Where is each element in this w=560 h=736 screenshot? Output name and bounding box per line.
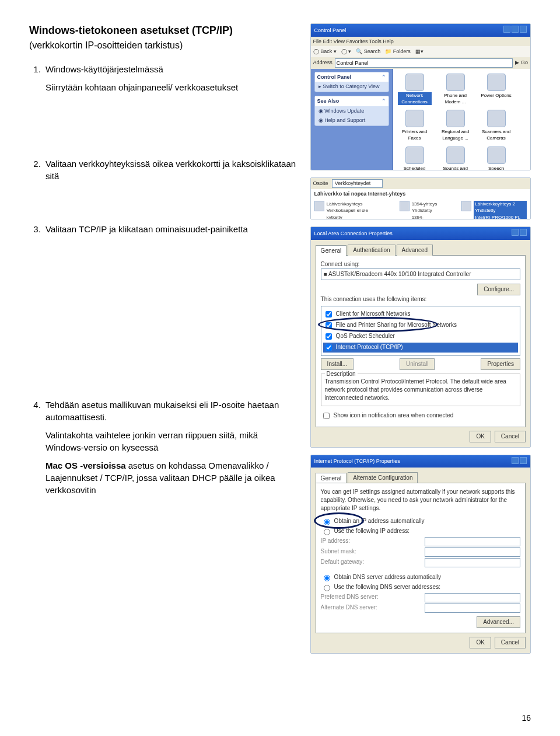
radio-obtain-ip-auto[interactable] [324, 519, 330, 525]
phone-modem-icon[interactable]: Phone and Modem ... [439, 74, 473, 105]
dialog-titlebar[interactable]: Local Area Connection Properties [311, 227, 530, 240]
icon-pane: Network Connections Phone and Modem ... … [393, 69, 530, 170]
uninstall-button: Uninstall [400, 358, 435, 370]
chk-client[interactable] [326, 311, 332, 318]
step-3: Valitaan TCP/IP ja klikataan ominaisuude… [43, 223, 299, 235]
connection-3-selected[interactable]: Lähiverkkoyhteys 2 Yhdistetty Intel(R) P… [461, 201, 527, 219]
folders-button[interactable]: 📁 Folders [385, 48, 411, 55]
connection-2[interactable]: 1394-yhteys Yhdistetty 1394-verkkosoviti… [400, 201, 444, 219]
sounds-audio-icon[interactable]: Sounds and Audio Devices [439, 146, 473, 170]
radio-obtain-dns-auto-label: Obtain DNS server address automatically [334, 573, 441, 581]
back-button[interactable]: ◯ Back ▾ [313, 48, 337, 55]
tcpip-properties-screenshot: Internet Protocol (TCP/IP) Properties Ge… [310, 455, 531, 654]
regional-language-icon[interactable]: Regional and Language ... [439, 110, 473, 141]
tab-advanced[interactable]: Advanced [397, 245, 433, 256]
cancel-button[interactable]: Cancel [495, 431, 526, 442]
pdns-label: Preferred DNS server: [321, 593, 379, 602]
step-4-line-2: Valintakohta vaihtelee jonkin verran rii… [46, 429, 299, 454]
search-button[interactable]: 🔍 Search [356, 48, 380, 55]
configure-button[interactable]: Configure... [477, 284, 520, 295]
page-title: Windows-tietokoneen asetukset (TCP/IP) [29, 23, 299, 38]
intro-text: You can get IP settings assigned automat… [321, 488, 520, 512]
chk-tcpip[interactable] [326, 344, 332, 351]
components-listbox[interactable]: Client for Microsoft Networks File and P… [321, 306, 520, 356]
toolbar[interactable]: ◯ Back ▾ ◯ ▾ 🔍 Search 📁 Folders ▦▾ [311, 46, 530, 57]
window-buttons[interactable] [502, 26, 527, 35]
advanced-button[interactable]: Advanced... [477, 616, 520, 628]
network-icon [400, 201, 410, 211]
forward-button[interactable]: ◯ ▾ [341, 48, 352, 55]
tab-general[interactable]: General [316, 245, 347, 256]
ip-address-field [425, 537, 520, 546]
control-panel-screenshot: Control Panel File Edit View Favorites T… [310, 23, 531, 170]
radio-obtain-dns-auto[interactable] [324, 575, 330, 581]
macos-label: Mac OS -versioissa [46, 461, 126, 470]
step-2: Valitaan verkkoyhteyksissä oikea verkkok… [43, 158, 299, 182]
connection-1[interactable]: Lähiverkkoyhteys Verkkokaapeli ei ole ky… [314, 201, 382, 219]
step-1-line-1: Windows-käyttöjärjestelmässä [46, 63, 299, 75]
adns-label: Alternate DNS server: [321, 604, 377, 613]
address-label: Address [313, 59, 332, 67]
network-icon [461, 201, 471, 211]
collapse-icon[interactable]: ⌃ [382, 74, 386, 81]
dialog-title: Internet Protocol (TCP/IP) Properties [314, 458, 400, 465]
uses-items-label: This connection uses the following items… [321, 295, 520, 304]
cancel-button[interactable]: Cancel [495, 637, 526, 648]
dialog-buttons[interactable] [510, 457, 527, 466]
tab-alternate[interactable]: Alternate Configuration [348, 472, 418, 483]
section-header: Lähiverkko tai nopea Internet-yhteys [311, 189, 530, 199]
install-button[interactable]: Install... [321, 358, 354, 370]
adapter-field: ■ ASUSTeK/Broadcom 440x 10/100 Integrate… [321, 268, 520, 280]
ok-button[interactable]: OK [470, 637, 491, 648]
power-options-icon[interactable]: Power Options [480, 74, 513, 105]
printers-faxes-icon[interactable]: Printers and Faxes [398, 110, 432, 141]
properties-button[interactable]: Properties [481, 358, 520, 370]
switch-category-view-link[interactable]: ▸ Switch to Category View [315, 82, 388, 92]
help-support-link[interactable]: ◉ Help and Support [315, 116, 388, 125]
tab-authentication[interactable]: Authentication [348, 245, 395, 256]
radio-use-ip[interactable] [324, 529, 330, 535]
network-connections-screenshot: Osoite Verkkoyhteydet Lähiverkko tai nop… [310, 177, 531, 219]
lan-properties-screenshot: Local Area Connection Properties General… [310, 226, 531, 448]
network-icon [314, 201, 324, 211]
speech-icon[interactable]: Speech [480, 146, 513, 170]
scheduled-tasks-icon[interactable]: Scheduled Tasks [398, 146, 432, 170]
dialog-buttons[interactable] [510, 229, 527, 238]
subnet-label: Subnet mask: [321, 547, 356, 557]
chk-fileshare[interactable] [326, 322, 332, 329]
address-input[interactable] [335, 58, 513, 68]
subnet-field [425, 547, 520, 557]
side-panel: Control Panel⌃ ▸ Switch to Category View… [311, 69, 393, 170]
radio-use-dns[interactable] [324, 585, 330, 591]
windows-update-link[interactable]: ◉ Windows Update [315, 106, 388, 116]
pdns-field [425, 593, 520, 602]
dialog-titlebar[interactable]: Internet Protocol (TCP/IP) Properties [311, 455, 530, 468]
chk-qos[interactable] [326, 333, 332, 340]
radio-use-dns-label: Use the following DNS server addresses: [334, 583, 440, 591]
sidebox-1-title: Control Panel [317, 74, 352, 81]
collapse-icon[interactable]: ⌃ [382, 97, 386, 105]
page-subtitle: (verkkokortin IP-osoitteiden tarkistus) [29, 39, 299, 52]
ok-button[interactable]: OK [470, 431, 491, 442]
gateway-label: Default gateway: [321, 558, 365, 567]
description-text: Transmission Control Protocol/Internet P… [325, 378, 516, 402]
window-titlebar[interactable]: Control Panel [311, 24, 530, 37]
step-1-line-2: Siirrytään kohtaan ohjainpaneeli/ verkko… [46, 81, 299, 93]
menu-bar[interactable]: File Edit View Favorites Tools Help [311, 37, 530, 47]
address-value[interactable]: Verkkoyhteydet [332, 179, 383, 188]
scanners-cameras-icon[interactable]: Scanners and Cameras [480, 110, 513, 141]
network-connections-icon[interactable]: Network Connections [398, 74, 432, 105]
radio-obtain-ip-auto-label: Obtain an IP address automatically [334, 517, 425, 525]
views-button[interactable]: ▦▾ [415, 48, 424, 55]
show-icon-checkbox[interactable] [323, 413, 330, 419]
radio-use-ip-label: Use the following IP address: [334, 527, 410, 535]
sidebox-2-title: See Also [317, 97, 340, 105]
dialog-title: Local Area Connection Properties [314, 230, 393, 238]
ip-address-label: IP address: [321, 537, 350, 546]
window-title: Control Panel [314, 27, 346, 34]
gateway-field [425, 558, 520, 567]
tcpip-item-selected[interactable]: Internet Protocol (TCP/IP) [323, 343, 518, 353]
step-4: Tehdään asetus mallikuvan mukaiseksi eli… [43, 399, 299, 496]
go-button[interactable]: ▶ Go [515, 59, 528, 67]
instruction-text: Windows-tietokoneen asetukset (TCP/IP) (… [29, 23, 299, 654]
